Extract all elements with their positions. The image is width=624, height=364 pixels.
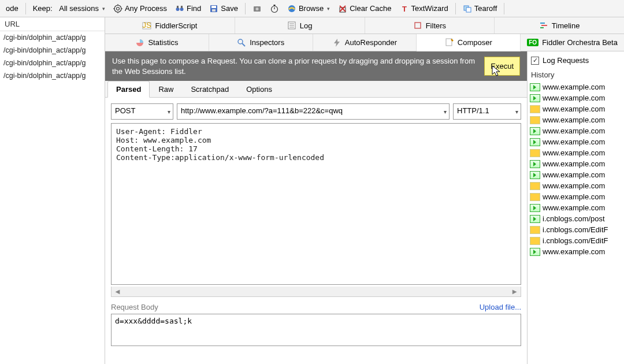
text-t-icon: T [400, 4, 409, 13]
history-item-label: www.example.com [543, 203, 605, 212]
subtab-parsed[interactable]: Parsed [107, 81, 150, 98]
composer-sub-tabs: Parsed Raw Scratchpad Options [105, 81, 527, 98]
history-item-label: i.cnblogs.com/EditF [543, 236, 608, 245]
history-list[interactable]: www.example.comwww.example.comwww.exampl… [528, 81, 624, 364]
svg-point-14 [255, 8, 258, 10]
target-icon [113, 4, 122, 13]
history-item[interactable]: www.example.com [528, 136, 624, 147]
browse-button[interactable]: Browse ▾ [284, 3, 333, 14]
svg-line-36 [242, 43, 245, 46]
tab-filters[interactable]: Filters [365, 17, 495, 34]
session-row[interactable]: /cgi-bin/dolphin_act/app/g [0, 31, 105, 44]
history-item[interactable]: www.example.com [528, 125, 624, 136]
subtab-raw[interactable]: Raw [150, 81, 182, 97]
history-item-label: www.example.com [543, 116, 605, 124]
upload-file-link[interactable]: Upload file... [480, 303, 521, 311]
execute-button[interactable]: Execut [484, 57, 520, 76]
svg-rect-8 [177, 6, 179, 8]
svg-rect-24 [466, 8, 471, 12]
history-item[interactable]: www.example.com [528, 103, 624, 114]
history-item-label: www.example.com [543, 94, 605, 102]
log-requests-checkbox[interactable]: ✓ [531, 57, 539, 65]
session-row[interactable]: /cgi-bin/dolphin_act/app/g [0, 44, 105, 57]
clear-cache-button[interactable]: Clear Cache [335, 3, 395, 14]
history-item-label: www.example.com [543, 192, 605, 201]
body-textarea[interactable] [111, 314, 521, 346]
history-item-label: www.example.com [543, 127, 605, 135]
inspect-icon [237, 38, 246, 47]
headers-textarea[interactable] [111, 123, 521, 285]
chevron-down-icon: ▾ [327, 6, 330, 12]
horizontal-scrollbar[interactable]: ◄► [111, 287, 521, 297]
js-icon: JS [142, 21, 151, 30]
decode-button[interactable]: ode [2, 3, 22, 14]
any-process-button[interactable]: Any Process [110, 3, 170, 14]
tearoff-icon [463, 4, 472, 13]
tab-statistics[interactable]: Statistics [105, 34, 209, 51]
method-select[interactable]: POST ▾ [111, 103, 173, 120]
log-icon [287, 21, 296, 30]
tab-fiddlerscript[interactable]: JS FiddlerScript [105, 17, 235, 34]
history-item-label: www.example.com [543, 105, 605, 113]
history-item[interactable]: www.example.com [528, 191, 624, 202]
main-toolbar: ode Keep: All sessions ▾ Any Process Fin… [0, 0, 624, 17]
history-item[interactable]: www.example.com [528, 158, 624, 169]
session-row[interactable]: /cgi-bin/dolphin_act/app/g [0, 69, 105, 82]
svg-point-1 [116, 7, 119, 10]
history-item[interactable]: www.example.com [528, 92, 624, 103]
arrow-icon [530, 171, 540, 179]
tab-orchestra[interactable]: FO Fiddler Orchestra Beta [521, 34, 624, 51]
bolt-icon [332, 38, 341, 47]
get-badge-icon [530, 149, 540, 157]
tearoff-button[interactable]: Tearoff [459, 3, 501, 14]
chevron-down-icon: ▾ [168, 109, 170, 115]
history-item-label: www.example.com [543, 159, 605, 168]
session-row[interactable]: /cgi-bin/dolphin_act/app/g [0, 57, 105, 69]
tab-composer[interactable]: Composer [417, 34, 521, 51]
tab-inspectors[interactable]: Inspectors [209, 34, 313, 51]
history-item[interactable]: www.example.com [528, 202, 624, 213]
find-button[interactable]: Find [172, 3, 205, 14]
history-item-label: www.example.com [543, 138, 605, 146]
sessions-list[interactable]: /cgi-bin/dolphin_act/app/g/cgi-bin/dolph… [0, 31, 105, 364]
history-title: History [528, 67, 624, 81]
history-item-label: www.example.com [543, 83, 605, 91]
save-button[interactable]: Save [206, 3, 242, 14]
url-input[interactable]: http://www.example.com/?a=111&b=222&c=qw… [177, 103, 450, 120]
arrow-icon [530, 215, 540, 223]
sessions-sidebar: URL /cgi-bin/dolphin_act/app/g/cgi-bin/d… [0, 17, 105, 364]
history-item-label: i.cnblogs.com/EditF [543, 225, 608, 234]
history-item[interactable]: www.example.com [528, 246, 624, 257]
subtab-options[interactable]: Options [237, 81, 281, 97]
history-item[interactable]: i.cnblogs.com/EditF [528, 235, 624, 246]
history-item[interactable]: i.cnblogs.com/EditF [528, 224, 624, 235]
timer-button[interactable] [266, 3, 283, 14]
history-item[interactable]: www.example.com [528, 180, 624, 191]
history-item[interactable]: www.example.com [528, 81, 624, 92]
history-item[interactable]: i.cnblogs.com/post [528, 213, 624, 224]
get-badge-icon [530, 193, 540, 201]
camera-icon [252, 4, 262, 13]
svg-rect-12 [212, 9, 216, 12]
compose-icon [445, 38, 454, 47]
ie-icon [287, 4, 296, 13]
textwizard-button[interactable]: T TextWizard [396, 3, 452, 14]
svg-rect-31 [415, 23, 421, 28]
arrow-icon [530, 127, 540, 135]
sessions-url-header[interactable]: URL [0, 17, 105, 31]
history-item[interactable]: www.example.com [528, 147, 624, 158]
keep-sessions-dropdown[interactable]: Keep: All sessions ▾ [29, 3, 109, 14]
tab-autoresponder[interactable]: AutoResponder [313, 34, 417, 51]
screenshot-button[interactable] [249, 3, 265, 14]
subtab-scratchpad[interactable]: Scratchpad [182, 81, 237, 97]
get-badge-icon [530, 116, 540, 124]
get-badge-icon [530, 105, 540, 113]
svg-point-0 [114, 5, 121, 12]
history-item[interactable]: www.example.com [528, 169, 624, 180]
tab-timeline[interactable]: Timeline [495, 17, 624, 34]
save-icon [209, 4, 218, 13]
history-item[interactable]: www.example.com [528, 114, 624, 125]
tab-log[interactable]: Log [235, 17, 365, 34]
arrow-icon [530, 248, 540, 256]
http-version-select[interactable]: HTTP/1.1 ▾ [453, 103, 521, 120]
